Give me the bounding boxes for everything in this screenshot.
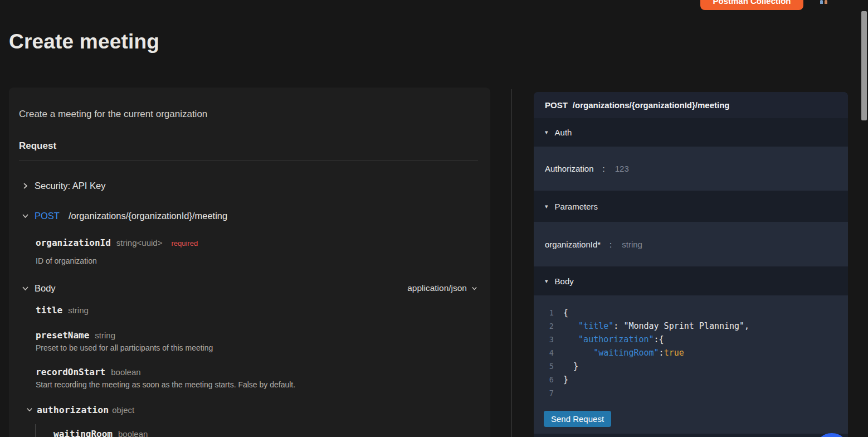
request-doc-card: Create a meeting for the current organiz…	[9, 88, 490, 437]
parameter-field-row[interactable]: organizationId* : string	[534, 222, 848, 266]
content-type-dropdown[interactable]: application/json	[407, 283, 478, 293]
code-line[interactable]: 7	[547, 386, 848, 400]
chevron-down-icon	[26, 406, 33, 414]
section-label: Body	[555, 276, 574, 286]
send-request-button[interactable]: Send Request	[544, 411, 611, 427]
body-label: Body	[35, 283, 56, 294]
code-line[interactable]: 5 }	[547, 360, 848, 373]
endpoint-description: Create a meeting for the current organiz…	[19, 109, 478, 120]
param-organizationId: organizationId string<uuid> required	[36, 237, 478, 248]
security-row[interactable]: Security: API Key	[19, 180, 478, 191]
playground-endpoint-header: POST /organizations/{organizationId}/mee…	[534, 92, 848, 118]
code-token: "authorization"	[563, 334, 654, 344]
code-token: :	[659, 348, 664, 358]
code-token: "title"	[563, 321, 613, 331]
param-name: organizationId	[36, 237, 111, 248]
field-type: boolean	[118, 429, 148, 437]
code-token: }	[563, 375, 568, 385]
code-token: {	[563, 308, 568, 318]
code-token: "Monday Sprint Planning",	[623, 321, 749, 331]
body-field-recordOnStart: recordOnStart boolean	[36, 367, 478, 377]
line-number: 3	[547, 335, 554, 344]
parameter-value[interactable]: string	[622, 240, 642, 249]
triangle-down-icon: ▾	[545, 203, 548, 210]
security-label: Security: API Key	[35, 181, 105, 191]
code-token: :	[613, 321, 623, 331]
code-line[interactable]: 2 "title": "Monday Sprint Planning",	[547, 319, 848, 333]
field-name: recordOnStart	[36, 367, 105, 377]
authorization-children: waitingRoom boolean	[35, 424, 478, 437]
code-line[interactable]: 4 "waitingRoom":true	[547, 346, 848, 360]
field-type: string	[95, 331, 115, 340]
body-section-header[interactable]: ▾ Body	[534, 266, 848, 295]
code-token: "waitingRoom"	[563, 348, 659, 358]
auth-section-header[interactable]: ▾ Auth	[534, 118, 848, 147]
http-method: POST	[35, 211, 60, 221]
body-field-presetName: presetName string	[36, 330, 478, 341]
next-section-edge	[534, 434, 848, 437]
content-type-value: application/json	[407, 283, 467, 293]
parameter-name: organizationId*	[545, 240, 601, 249]
divider	[19, 161, 478, 161]
colon: :	[609, 240, 612, 249]
field-description: Start recording the meeting as soon as t…	[36, 380, 478, 389]
body-field-waitingRoom: waitingRoom boolean	[53, 429, 478, 437]
param-type: string<uuid>	[116, 238, 163, 247]
field-description: Preset to be used for all participants o…	[36, 343, 478, 352]
param-description: ID of organization	[36, 256, 478, 265]
scrollbar[interactable]	[860, 0, 868, 437]
field-type: boolean	[111, 367, 140, 377]
auth-field-name: Authorization	[545, 164, 594, 173]
topbar-partial-icon[interactable]	[820, 0, 831, 4]
code-line[interactable]: 1 {	[547, 306, 848, 319]
api-playground-panel: POST /organizations/{organizationId}/mee…	[534, 92, 848, 437]
auth-field-value[interactable]: 123	[615, 164, 629, 173]
field-name: authorization	[37, 405, 109, 415]
chevron-down-icon	[470, 284, 478, 292]
endpoint-path: /organizations/{organizationId}/meeting	[69, 211, 227, 221]
line-number: 4	[547, 348, 554, 357]
section-label: Auth	[555, 128, 572, 137]
code-line[interactable]: 3 "authorization":{	[547, 333, 848, 346]
endpoint-row[interactable]: POST /organizations/{organizationId}/mee…	[19, 210, 478, 221]
code-token: :{	[654, 334, 664, 344]
body-field-title: title string	[36, 305, 478, 315]
code-token: true	[664, 348, 684, 358]
body-section-row[interactable]: Body application/json	[19, 283, 478, 294]
triangle-down-icon: ▾	[545, 278, 548, 285]
required-badge: required	[171, 239, 198, 247]
http-method: POST	[545, 100, 568, 110]
code-token: }	[563, 361, 578, 371]
section-label: Parameters	[555, 202, 598, 211]
code-line[interactable]: 6 }	[547, 373, 848, 386]
chevron-down-icon	[21, 284, 29, 292]
request-heading: Request	[19, 141, 478, 151]
chevron-right-icon	[21, 182, 29, 190]
postman-collection-button[interactable]: Postman Collection	[700, 0, 803, 10]
line-number: 6	[547, 375, 554, 384]
page-title: Create meeting	[9, 30, 159, 54]
line-number: 5	[547, 362, 554, 371]
json-body-editor[interactable]: 1 { 2 "title": "Monday Sprint Planning",…	[534, 295, 848, 437]
colon: :	[603, 164, 605, 173]
body-field-authorization[interactable]: authorization object	[19, 404, 478, 415]
parameters-section-header[interactable]: ▾ Parameters	[534, 191, 848, 222]
field-name: title	[36, 305, 62, 315]
line-number: 2	[547, 322, 554, 331]
field-type: object	[112, 405, 134, 415]
panel-divider	[511, 89, 512, 437]
field-name: presetName	[36, 330, 89, 341]
field-type: string	[68, 305, 89, 315]
field-name: waitingRoom	[53, 429, 113, 437]
endpoint-path: /organizations/{organizationId}/meeting	[573, 100, 730, 110]
line-number: 7	[547, 389, 554, 397]
line-number: 1	[547, 308, 554, 317]
chevron-down-icon	[21, 212, 29, 220]
triangle-down-icon: ▾	[545, 129, 548, 136]
scrollbar-thumb[interactable]	[861, 11, 867, 120]
auth-field-row[interactable]: Authorization : 123	[534, 147, 848, 191]
